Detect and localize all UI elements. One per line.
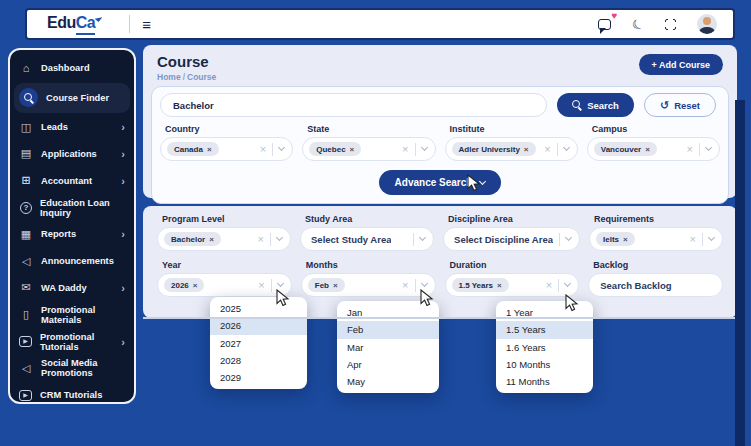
scrollbar[interactable] — [735, 100, 745, 446]
clear-icon[interactable]: × — [258, 280, 264, 290]
year-select[interactable]: 2026× × — [157, 273, 292, 297]
dropdown-option[interactable]: 11 Months — [496, 373, 593, 390]
search-icon — [19, 88, 38, 107]
chip-close-icon[interactable]: × — [333, 281, 338, 290]
chip-close-icon[interactable]: × — [209, 235, 214, 244]
sidebar-item-course-finder[interactable]: Course Finder — [14, 83, 130, 113]
sidebar-item-label: Promotional Tutorials — [40, 332, 113, 352]
home-icon: ⌂ — [19, 62, 33, 75]
sidebar-item-wa-daddy[interactable]: ✉ WA Daddy › — [10, 275, 134, 302]
requirements-select[interactable]: Ielts× × — [589, 227, 723, 251]
backlog-search-input[interactable] — [588, 273, 723, 297]
chip-close-icon[interactable]: × — [207, 145, 212, 154]
educa-logo[interactable]: EduCa — [47, 14, 101, 35]
fullscreen-icon[interactable] — [665, 19, 676, 30]
clear-icon[interactable]: × — [544, 144, 550, 154]
chip-close-icon[interactable]: × — [193, 281, 198, 290]
search-button[interactable]: Search — [557, 93, 634, 117]
chip-close-icon[interactable]: × — [623, 235, 628, 244]
messages-button[interactable]: ♥ — [598, 19, 611, 30]
field-duration: Duration 1.5 Years× × — [445, 260, 580, 297]
sidebar-item-announcements[interactable]: ◁ Announcements — [10, 248, 134, 275]
breadcrumb-home-link[interactable]: Home — [157, 72, 181, 82]
field-label: Backlog — [593, 260, 723, 270]
chip-close-icon[interactable]: × — [350, 145, 355, 154]
dropdown-option[interactable]: 2029 — [210, 369, 307, 386]
study-area-select[interactable]: Select Study Area — [300, 227, 434, 251]
dropdown-option[interactable]: Jan — [337, 304, 439, 321]
field-label: Campus — [592, 124, 720, 134]
user-avatar[interactable] — [697, 14, 717, 34]
sidebar-item-promotional-tutorials[interactable]: ▶ Promotional Tutorials › — [10, 328, 134, 355]
sidebar-item-label: Reports — [41, 229, 76, 239]
country-select[interactable]: Canada× × — [160, 137, 293, 161]
search-filters-card: Search ↺ Reset Country Canada× × State — [151, 86, 729, 204]
chevron-down-icon[interactable] — [419, 234, 426, 241]
dark-mode-toggle-icon[interactable]: ☾ — [630, 16, 646, 33]
chevron-down-icon[interactable] — [277, 280, 284, 287]
chevron-down-icon[interactable] — [420, 280, 427, 287]
course-search-input[interactable] — [160, 93, 547, 117]
chevron-down-icon[interactable] — [276, 234, 283, 241]
campus-select[interactable]: Vancouver× × — [587, 137, 720, 161]
clear-icon[interactable]: × — [690, 234, 696, 244]
dropdown-option[interactable]: 1 Year — [496, 304, 593, 321]
sidebar-item-label: Applications — [41, 149, 97, 159]
selected-chip: Adler University× — [452, 142, 536, 156]
dropdown-option-selected[interactable]: 2026 — [210, 317, 307, 334]
clear-icon[interactable]: × — [258, 234, 264, 244]
sidebar-item-label: Social Media Promotions — [41, 358, 125, 378]
logo-arrow-icon — [95, 14, 103, 22]
sidebar-item-social-media-promotions[interactable]: ◁ Social Media Promotions — [10, 355, 134, 382]
reset-button[interactable]: ↺ Reset — [644, 93, 716, 117]
advance-search-button[interactable]: Advance Search — [379, 170, 502, 195]
sidebar-item-accountant[interactable]: ⊞ Accountant › — [10, 167, 134, 194]
sidebar-item-education-loan-inquiry[interactable]: ? Education Loan Inquiry — [10, 194, 134, 221]
dropdown-option[interactable]: 2027 — [210, 335, 307, 352]
chevron-down-icon[interactable] — [278, 144, 285, 151]
institute-select[interactable]: Adler University× × — [445, 137, 578, 161]
state-select[interactable]: Quebec× × — [302, 137, 435, 161]
sidebar-item-crm-tutorials[interactable]: ▶ CRM Tutorials — [10, 382, 134, 409]
hamburger-menu-icon[interactable]: ≡ — [142, 16, 151, 33]
dropdown-option[interactable]: 2025 — [210, 300, 307, 317]
clear-icon[interactable]: × — [402, 280, 408, 290]
chevron-down-icon[interactable] — [708, 234, 715, 241]
dropdown-option[interactable]: 10 Months — [496, 356, 593, 373]
clear-icon[interactable]: × — [687, 144, 693, 154]
chip-close-icon[interactable]: × — [645, 145, 650, 154]
chevron-down-icon[interactable] — [565, 234, 572, 241]
sidebar-item-reports[interactable]: ▦ Reports › — [10, 221, 134, 248]
program-level-select[interactable]: Bachelor× × — [157, 227, 291, 251]
add-course-button[interactable]: + Add Course — [639, 54, 723, 75]
dropdown-option[interactable]: 2028 — [210, 352, 307, 369]
sidebar-item-promotional-materials[interactable]: ▯ Promotional Materials — [10, 301, 134, 328]
chip-close-icon[interactable]: × — [524, 145, 529, 154]
chevron-down-icon[interactable] — [563, 144, 570, 151]
sidebar-item-leads[interactable]: ◫ Leads › — [10, 114, 134, 141]
clear-icon[interactable]: × — [260, 144, 266, 154]
months-dropdown: Jan Feb Mar Apr May — [337, 301, 439, 393]
sidebar-item-label: Leads — [41, 122, 68, 132]
dropdown-option-selected[interactable]: 1.5 Years — [496, 321, 593, 338]
clear-icon[interactable]: × — [546, 280, 552, 290]
chip-close-icon[interactable]: × — [497, 281, 502, 290]
sidebar-item-applications[interactable]: ▤ Applications › — [10, 141, 134, 168]
dropdown-option[interactable]: 1.6 Years — [496, 339, 593, 356]
breadcrumb: Home/Course — [157, 72, 216, 82]
dropdown-option-selected[interactable]: Feb — [337, 321, 439, 338]
chevron-down-icon[interactable] — [420, 144, 427, 151]
chevron-right-icon: › — [121, 122, 125, 132]
dropdown-option[interactable]: Mar — [337, 339, 439, 356]
months-select[interactable]: Feb× × — [301, 273, 436, 297]
dropdown-option[interactable]: May — [337, 373, 439, 390]
sidebar-item-dashboard[interactable]: ⌂ Dashboard — [10, 55, 134, 82]
chevron-down-icon[interactable] — [564, 280, 571, 287]
field-months: Months Feb× × — [301, 260, 436, 297]
chevron-down-icon[interactable] — [705, 144, 712, 151]
chevron-down-icon — [479, 178, 486, 185]
clear-icon[interactable]: × — [402, 144, 408, 154]
dropdown-option[interactable]: Apr — [337, 356, 439, 373]
discipline-area-select[interactable]: Select Discipline Area — [443, 227, 580, 251]
duration-select[interactable]: 1.5 Years× × — [445, 273, 580, 297]
